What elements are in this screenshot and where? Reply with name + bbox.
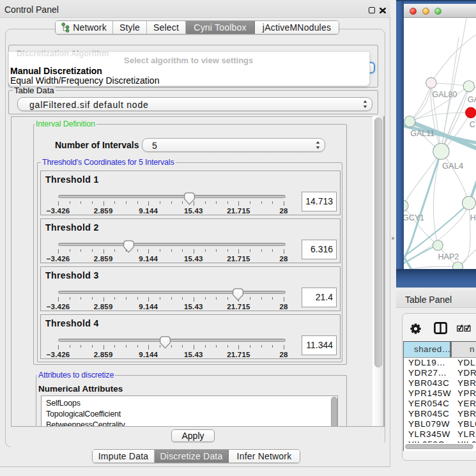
svg-text:GAL4: GAL4 xyxy=(442,161,463,171)
svg-text:GA: GA xyxy=(468,95,476,104)
svg-text:GAL80: GAL80 xyxy=(433,90,457,99)
svg-text:H: H xyxy=(470,213,476,222)
svg-text:GCY1: GCY1 xyxy=(404,213,424,222)
svg-text:HAP2: HAP2 xyxy=(438,252,459,261)
svg-text:GAL11: GAL11 xyxy=(410,129,434,138)
svg-text:C: C xyxy=(470,120,475,129)
